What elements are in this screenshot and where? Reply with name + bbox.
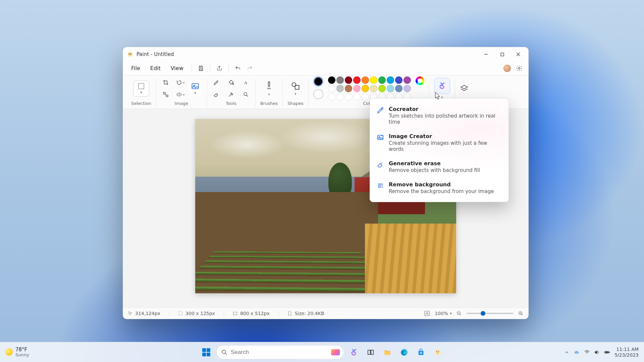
taskbar-paint[interactable] — [431, 346, 444, 359]
shapes-button[interactable]: ▾ — [291, 81, 300, 96]
color-swatch[interactable] — [353, 85, 361, 92]
svg-point-16 — [232, 83, 233, 84]
color-swatch[interactable] — [378, 76, 386, 84]
taskbar-store[interactable] — [414, 346, 428, 359]
copilot-menu-item[interactable]: CocreatorTurn sketches into polished art… — [370, 102, 508, 129]
selection-tool[interactable]: ▾ — [133, 80, 149, 97]
color-swatch-empty[interactable] — [353, 93, 361, 101]
layers-button[interactable] — [460, 84, 469, 93]
taskbar-explorer[interactable] — [381, 346, 394, 359]
color-swatch[interactable] — [328, 76, 335, 84]
color-swatch[interactable] — [353, 76, 361, 84]
svg-point-26 — [426, 312, 428, 314]
color-palette — [328, 76, 411, 101]
taskbar-clock[interactable]: 11:11 AM 5/23/2023 — [614, 347, 639, 357]
copilot-menu-item[interactable]: Image CreatorCreate stunning images with… — [370, 129, 508, 156]
tray-overflow-button[interactable] — [564, 350, 570, 355]
flip-button[interactable]: ▾ — [176, 90, 185, 99]
redo-button[interactable] — [244, 63, 256, 74]
color-swatch[interactable] — [404, 76, 411, 84]
svg-rect-34 — [420, 352, 421, 353]
statusbar: 314,124px 300 x 125px 800 x 512px Size: … — [123, 307, 528, 319]
menu-item-desc: Remove the background from your image — [389, 188, 494, 194]
menu-edit[interactable]: Edit — [146, 63, 165, 74]
color-swatch[interactable] — [378, 85, 386, 92]
copilot-menu-item[interactable]: Generative eraseRemove objects with back… — [370, 156, 508, 177]
color-swatch[interactable] — [387, 76, 394, 84]
resize-button[interactable] — [161, 90, 170, 99]
svg-point-18 — [244, 93, 247, 96]
tray-onedrive-icon[interactable] — [574, 350, 580, 355]
color-swatch[interactable] — [404, 85, 411, 92]
brushes-button[interactable]: ▾ — [265, 81, 273, 97]
eraser-tool[interactable] — [212, 90, 221, 99]
menu-file[interactable]: File — [126, 63, 145, 74]
pencil-tool[interactable] — [212, 78, 221, 87]
eyedropper-tool[interactable] — [226, 90, 236, 99]
color-swatch[interactable] — [345, 76, 352, 84]
color-swatch[interactable] — [328, 85, 335, 92]
color-swatch[interactable] — [336, 76, 344, 84]
separator — [228, 65, 229, 72]
zoom-slider[interactable] — [467, 313, 514, 314]
color-swatch[interactable] — [370, 76, 377, 84]
color-swatch[interactable] — [387, 85, 394, 92]
image-import-button[interactable]: ▾ — [189, 80, 202, 97]
fill-tool[interactable] — [226, 78, 236, 87]
primary-color[interactable] — [313, 76, 323, 86]
svg-rect-23 — [179, 311, 182, 315]
zoom-out-button[interactable] — [457, 311, 462, 316]
taskbar-search[interactable] — [216, 345, 344, 359]
svg-point-1 — [129, 53, 130, 54]
rotate-button[interactable]: ▾ — [176, 78, 185, 87]
taskbar-copilot[interactable] — [347, 346, 361, 359]
taskbar-edge[interactable] — [397, 346, 411, 359]
search-input[interactable] — [231, 349, 339, 356]
tray-wifi-icon[interactable] — [584, 350, 590, 355]
tray-battery-icon[interactable] — [604, 350, 610, 355]
save-button[interactable] — [195, 63, 207, 74]
copilot-button[interactable] — [434, 78, 450, 94]
color-swatch[interactable] — [395, 85, 402, 92]
crop-button[interactable] — [161, 78, 170, 87]
svg-point-41 — [437, 352, 438, 353]
status-canvas-size: 800 x 512px — [233, 311, 270, 316]
color-swatch-empty[interactable] — [362, 93, 369, 101]
taskbar-taskview[interactable] — [364, 346, 377, 359]
svg-rect-30 — [368, 350, 370, 354]
zoom-in-button[interactable] — [518, 311, 524, 316]
taskbar-weather[interactable]: 78°F Sunny — [5, 347, 29, 357]
settings-button[interactable] — [514, 63, 525, 74]
color-swatch[interactable] — [362, 76, 369, 84]
maximize-button[interactable] — [494, 47, 510, 61]
color-swatch-empty[interactable] — [328, 93, 335, 101]
color-swatch[interactable] — [370, 85, 377, 92]
tray-volume-icon[interactable] — [594, 350, 600, 355]
svg-point-29 — [222, 350, 226, 354]
color-swatch[interactable] — [395, 76, 402, 84]
chevron-down-icon: ▾ — [268, 92, 270, 97]
svg-rect-25 — [425, 311, 429, 316]
copilot-menu-item[interactable]: Remove backgroundRemove the background f… — [370, 177, 508, 198]
titlebar[interactable]: Paint - Untitled — [123, 47, 528, 61]
menu-view[interactable]: View — [166, 63, 188, 74]
color-swatch-empty[interactable] — [345, 93, 352, 101]
status-cursor-pos: 314,124px — [128, 311, 160, 316]
secondary-color[interactable] — [313, 89, 323, 99]
edit-colors-button[interactable] — [416, 76, 424, 85]
minimize-button[interactable] — [478, 47, 494, 61]
start-button[interactable] — [200, 346, 213, 359]
text-tool[interactable]: A — [241, 78, 251, 87]
color-swatch[interactable] — [336, 85, 344, 92]
color-swatch[interactable] — [345, 85, 352, 92]
svg-rect-8 — [200, 66, 202, 67]
zoom-value[interactable]: 100%▾ — [435, 311, 452, 316]
fit-to-window-button[interactable] — [424, 310, 430, 316]
magnifier-tool[interactable] — [241, 90, 251, 99]
close-button[interactable] — [510, 47, 526, 61]
user-avatar[interactable] — [503, 65, 511, 72]
undo-button[interactable] — [232, 63, 244, 74]
color-swatch[interactable] — [362, 85, 369, 92]
color-swatch-empty[interactable] — [336, 93, 344, 101]
share-button[interactable] — [214, 63, 225, 74]
